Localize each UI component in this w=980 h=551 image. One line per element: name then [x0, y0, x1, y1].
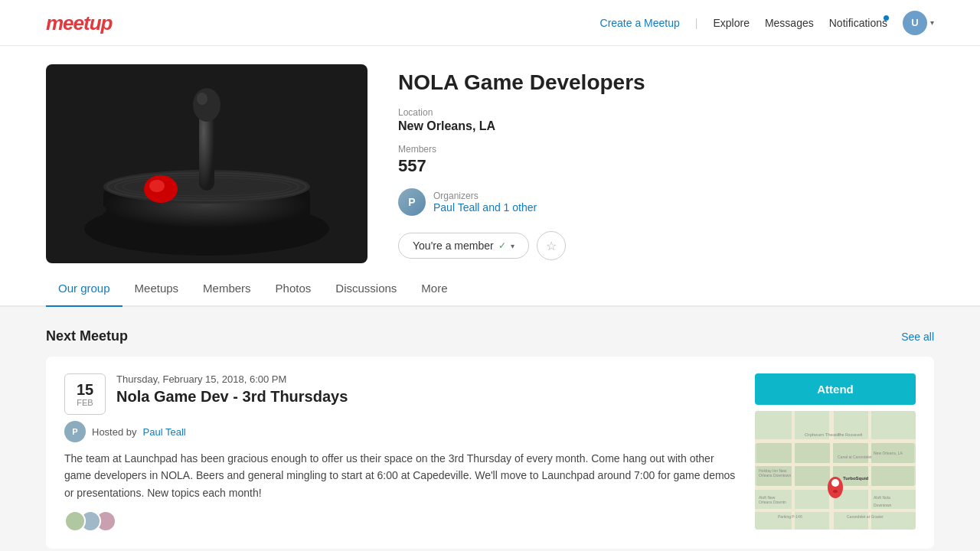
svg-point-10 — [197, 93, 207, 105]
tab-our-group[interactable]: Our group — [46, 271, 122, 307]
organizers-label: Organizers — [433, 191, 537, 201]
tab-photos[interactable]: Photos — [263, 271, 324, 305]
attend-button[interactable]: Attend — [755, 373, 916, 405]
messages-link[interactable]: Messages — [765, 17, 814, 29]
date-day: 15 — [77, 381, 93, 398]
event-date-title: Thursday, February 15, 2018, 6:00 PM Nol… — [116, 373, 348, 406]
svg-text:Parking P-146: Parking P-146 — [778, 514, 802, 519]
members-label: Members — [398, 144, 934, 155]
svg-point-7 — [149, 180, 165, 192]
event-title: Nola Game Dev - 3rd Thursdays — [116, 388, 348, 406]
event-info: 15 FEB Thursday, February 15, 2018, 6:00… — [64, 373, 740, 532]
event-card: 15 FEB Thursday, February 15, 2018, 6:00… — [46, 357, 934, 549]
svg-rect-19 — [795, 443, 830, 463]
organizer-avatar: P — [398, 188, 426, 216]
action-row: You're a member ✓ ▾ ☆ — [398, 231, 934, 260]
svg-text:Canal at Carondelet: Canal at Carondelet — [838, 455, 872, 459]
event-description: The team at Launchpad has been gracious … — [64, 450, 740, 501]
svg-text:The Roosevelt: The Roosevelt — [838, 432, 863, 437]
svg-text:Orpheum Theater: Orpheum Theater — [805, 432, 841, 437]
next-meetup-header: Next Meetup See all — [46, 328, 934, 344]
group-nav-tabs: Our group Meetups Members Photos Discuss… — [0, 271, 980, 307]
svg-text:TurboSquid: TurboSquid — [843, 476, 869, 481]
section-title: Next Meetup — [46, 328, 128, 344]
svg-text:Aloft Nola: Aloft Nola — [874, 495, 890, 500]
avatar: U — [903, 11, 927, 35]
group-hero: NOLA Game Developers Location New Orlean… — [0, 46, 980, 263]
user-avatar-btn[interactable]: U ▾ — [903, 11, 934, 35]
svg-rect-26 — [871, 466, 914, 486]
svg-point-41 — [831, 479, 839, 487]
member-button[interactable]: You're a member ✓ ▾ — [398, 233, 529, 259]
main-content: Next Meetup See all 15 FEB Thursday, Feb… — [0, 307, 980, 551]
nav-divider: | — [695, 17, 698, 29]
tab-meetups[interactable]: Meetups — [122, 271, 191, 305]
logo[interactable]: meetup — [46, 11, 112, 35]
svg-text:Orleans Downtn: Orleans Downtn — [759, 500, 786, 504]
organizers-name: Paul Teall and 1 other — [433, 201, 537, 214]
svg-text:Orleans Downtown: Orleans Downtown — [759, 473, 791, 478]
star-button[interactable]: ☆ — [537, 231, 566, 260]
explore-link[interactable]: Explore — [713, 17, 749, 29]
attendees-row — [64, 510, 740, 532]
notifications-link[interactable]: Notifications — [829, 17, 887, 29]
svg-rect-23 — [756, 443, 792, 463]
svg-point-9 — [193, 88, 220, 122]
event-action-panel: Attend — [755, 373, 916, 532]
location-value: New Orleans, LA — [398, 119, 934, 133]
group-image — [46, 64, 368, 263]
hosted-by-prefix: Hosted by — [92, 426, 137, 438]
members-count: 557 — [398, 156, 934, 176]
hosted-by-row: P Hosted by Paul Teall — [64, 421, 740, 442]
tab-members[interactable]: Members — [191, 271, 263, 305]
attendee-avatar-1 — [64, 510, 86, 532]
event-map[interactable]: Orpheum Theater The Roosevelt New Orlean… — [755, 411, 916, 530]
member-label: You're a member — [413, 240, 494, 252]
host-avatar: P — [64, 421, 86, 442]
svg-rect-21 — [833, 443, 868, 463]
joystick-illustration — [61, 68, 352, 259]
group-title: NOLA Game Developers — [398, 70, 934, 95]
organizers-section: P Organizers Paul Teall and 1 other — [398, 188, 934, 216]
svg-text:New Orleans, LA: New Orleans, LA — [874, 451, 903, 455]
organizer-info: Organizers Paul Teall and 1 other — [433, 191, 537, 214]
chevron-down-icon: ▾ — [930, 18, 934, 27]
check-icon: ✓ — [498, 240, 506, 251]
group-info: NOLA Game Developers Location New Orlean… — [398, 64, 934, 263]
date-badge: 15 FEB — [64, 373, 106, 415]
host-name-link[interactable]: Paul Teall — [143, 426, 186, 438]
members-section: Members 557 — [398, 144, 934, 176]
tab-discussions[interactable]: Discussions — [323, 271, 409, 305]
star-icon: ☆ — [546, 239, 557, 253]
tab-more[interactable]: More — [409, 271, 459, 305]
svg-text:Carondelet at Gravier: Carondelet at Gravier — [847, 514, 884, 519]
header-nav: Create a Meetup | Explore Messages Notif… — [600, 11, 934, 35]
svg-point-42 — [833, 490, 838, 493]
svg-rect-20 — [795, 466, 830, 486]
create-meetup-link[interactable]: Create a Meetup — [600, 17, 680, 29]
notification-dot — [884, 15, 889, 21]
event-datetime: Thursday, February 15, 2018, 6:00 PM — [116, 373, 348, 385]
location-label: Location — [398, 107, 934, 118]
date-month: FEB — [77, 398, 93, 407]
see-all-link[interactable]: See all — [901, 331, 934, 343]
site-header: meetup Create a Meetup | Explore Message… — [0, 0, 980, 46]
chevron-down-icon: ▾ — [511, 242, 514, 250]
svg-text:Downtown: Downtown — [874, 503, 892, 507]
location-section: Location New Orleans, LA — [398, 107, 934, 133]
